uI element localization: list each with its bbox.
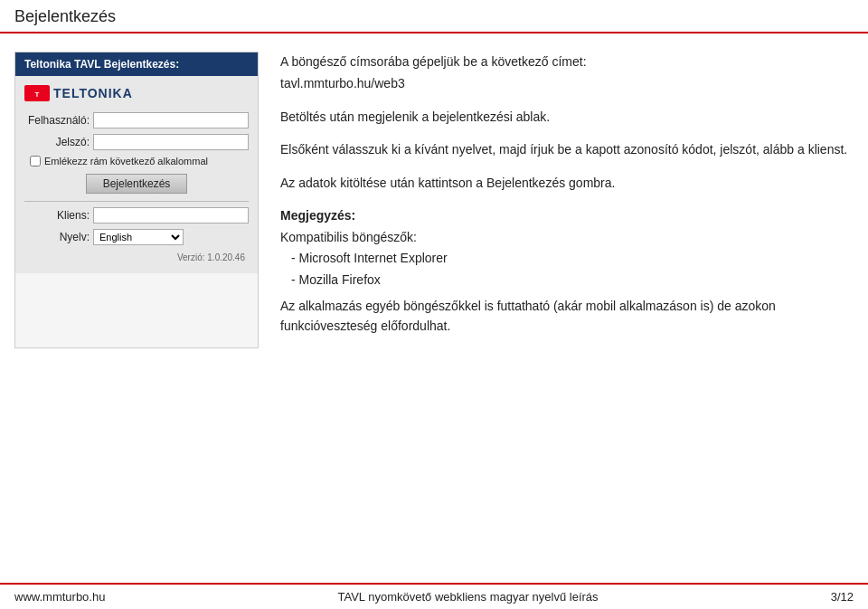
para1-line2: tavl.mmturbo.hu/web3: [280, 73, 854, 93]
login-panel-header: Teltonika TAVL Bejelentkezés:: [15, 52, 258, 76]
username-row: Felhasználó:: [24, 112, 249, 128]
teltonika-logo: T TELTONIKA: [24, 85, 133, 101]
kliens-row: Kliens:: [24, 207, 249, 224]
svg-text:T: T: [35, 90, 40, 99]
kliens-label: Kliens:: [24, 209, 90, 222]
notes-subtitle: Kompatibilis böngészők:: [280, 227, 854, 247]
page-header: Bejelentkezés: [0, 0, 868, 33]
browser-item-ie: Microsoft Internet Explorer: [291, 248, 854, 268]
login-button[interactable]: Bejelentkezés: [86, 174, 188, 194]
divider: [24, 201, 249, 202]
kliens-input[interactable]: [93, 207, 249, 224]
nyelv-label: Nyelv:: [24, 231, 90, 243]
version-row: Verzió: 1.0.20.46: [24, 252, 249, 268]
version-label: Verzió: 1.0.20.46: [177, 252, 245, 262]
logo-row: T TELTONIKA: [24, 85, 249, 101]
nyelv-select[interactable]: English: [93, 229, 184, 245]
para1-line1: A böngésző címsorába gépeljük be a követ…: [280, 54, 587, 69]
para1: A böngésző címsorába gépeljük be a követ…: [280, 52, 854, 94]
password-label: Jelszó:: [24, 136, 90, 148]
remember-row: Emlékezz rám következő alkalommal: [30, 156, 249, 167]
login-btn-row: Bejelentkezés: [24, 174, 249, 194]
browser-item-ff: Mozilla Firefox: [291, 270, 854, 290]
para4: Az adatok kitöltése után kattintson a Be…: [280, 173, 854, 193]
notes-section: Megjegyzés: Kompatibilis böngészők: Micr…: [280, 205, 854, 336]
login-panel-header-label: Teltonika TAVL Bejelentkezés:: [24, 58, 179, 71]
page-title: Bejelentkezés: [14, 7, 854, 26]
login-panel: Teltonika TAVL Bejelentkezés: T TELTONIK…: [14, 52, 259, 348]
main-content: Teltonika TAVL Bejelentkezés: T TELTONIK…: [0, 33, 868, 363]
footer-title: TAVL nyomkövető webkliens magyar nyelvű …: [338, 590, 599, 604]
login-panel-body: T TELTONIKA Felhasználó: Jelszó: Emlékez: [15, 76, 258, 273]
nyelv-row: Nyelv: English: [24, 229, 249, 245]
browser-list: Microsoft Internet Explorer Mozilla Fire…: [291, 248, 854, 290]
page-footer: www.mmturbo.hu TAVL nyomkövető webkliens…: [0, 583, 868, 609]
remember-label: Emlékezz rám következő alkalommal: [44, 156, 208, 167]
remember-checkbox[interactable]: [30, 156, 41, 167]
username-label: Felhasználó:: [24, 114, 90, 127]
password-input[interactable]: [93, 134, 249, 150]
right-content: A böngésző címsorába gépeljük be a követ…: [280, 52, 854, 348]
notes-extra: Az alkalmazás egyéb böngészőkkel is futt…: [280, 296, 854, 337]
para2: Betöltés után megjelenik a bejelentkezés…: [280, 107, 854, 127]
notes-title: Megjegyzés:: [280, 205, 854, 225]
password-row: Jelszó:: [24, 134, 249, 150]
footer-url: www.mmturbo.hu: [14, 590, 105, 604]
logo-text: TELTONIKA: [53, 86, 133, 100]
username-input[interactable]: [93, 112, 249, 128]
footer-page: 3/12: [831, 590, 854, 604]
para3: Elsőként válasszuk ki a kívánt nyelvet, …: [280, 139, 854, 159]
teltonika-logo-icon: T: [24, 85, 50, 101]
